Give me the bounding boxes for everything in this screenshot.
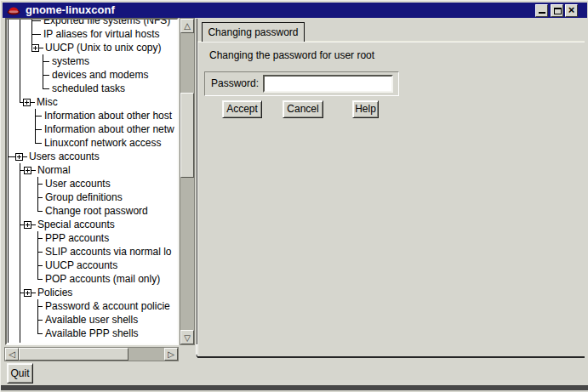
tree-item[interactable]: Information about other netw: [44, 122, 174, 136]
password-input[interactable]: [263, 75, 393, 93]
tree-item[interactable]: UUCP (Unix to unix copy): [45, 41, 162, 54]
tree-item[interactable]: SLIP accounts via normal lo: [45, 245, 172, 258]
horizontal-scrollbar-thumb[interactable]: [19, 348, 128, 361]
tree-item[interactable]: Change root password: [45, 204, 148, 218]
password-label: Password:: [211, 72, 259, 95]
help-button[interactable]: Help: [352, 100, 379, 118]
tree-horizontal-scrollbar[interactable]: ◁ ▷: [4, 347, 179, 361]
close-icon: ×: [566, 5, 577, 16]
scroll-up-button[interactable]: △: [180, 19, 194, 33]
tree-branch-line: [37, 197, 43, 198]
password-frame: Password:: [204, 71, 399, 96]
scroll-left-icon: ◁: [6, 349, 18, 360]
tree-guide-line: [35, 109, 36, 143]
config-tree: Exported file systems (NFS)IP aliases fo…: [5, 18, 179, 345]
tree-item[interactable]: Exported file systems (NFS): [43, 18, 170, 27]
redhat-logo-icon: [7, 3, 20, 17]
tree-item[interactable]: systems: [52, 54, 89, 68]
tree-guide-line: [20, 18, 20, 102]
tree-item[interactable]: scheduled tasks: [52, 82, 125, 95]
tree-item[interactable]: IP aliases for virtual hosts: [43, 27, 160, 41]
tree-item[interactable]: PPP accounts: [45, 231, 109, 245]
tree-branch-line: [43, 88, 49, 89]
plus-bar: [26, 100, 27, 105]
tree-branch-line: [35, 129, 42, 130]
tree-item[interactable]: POP accounts (mail only): [45, 272, 160, 286]
tree-guide-line: [43, 54, 43, 88]
tree-item[interactable]: Information about other host: [44, 109, 172, 122]
tree-item[interactable]: Users accounts: [29, 150, 100, 163]
tree-branch-line: [37, 320, 43, 321]
tree-branch-line: [31, 20, 41, 21]
tree-item[interactable]: Special accounts: [37, 218, 115, 231]
tree-item[interactable]: User accounts: [45, 177, 111, 190]
tree-branch-line: [23, 156, 27, 157]
tree-branch-line: [31, 170, 36, 171]
tree-item[interactable]: Group definitions: [45, 190, 123, 204]
tree-expander-icon[interactable]: [31, 44, 39, 52]
window-title: gnome-linuxconf: [26, 3, 115, 18]
tree-branch-line: [31, 102, 35, 103]
maximize-icon: [554, 8, 562, 14]
tree-item[interactable]: Available PPP shells: [45, 327, 139, 340]
titlebar[interactable]: gnome-linuxconf ×: [3, 3, 587, 18]
tree-branch-line: [37, 211, 43, 212]
tree-branch-line: [31, 34, 41, 35]
tree-branch-line: [43, 75, 49, 76]
tree-branch-line: [37, 252, 43, 253]
vertical-scrollbar-thumb[interactable]: [180, 93, 194, 178]
scroll-down-icon: ▽: [181, 331, 193, 344]
panel-heading: Changing the password for user root: [209, 49, 374, 61]
scroll-up-icon: △: [181, 20, 193, 32]
tree-guide-line: [37, 299, 38, 333]
tree-expander-icon[interactable]: [24, 221, 31, 229]
plus-bar: [35, 46, 36, 50]
plus-bar: [27, 291, 28, 295]
minimize-icon: [539, 12, 545, 14]
tree-expander-icon[interactable]: [15, 153, 23, 161]
tree-branch-line: [8, 156, 15, 157]
tree-item[interactable]: Misc: [37, 95, 58, 109]
scroll-left-button[interactable]: ◁: [5, 348, 19, 361]
tree-branch-line: [37, 265, 43, 266]
tree-guide-line: [37, 177, 38, 211]
tree-item[interactable]: Policies: [37, 286, 72, 299]
tree-branch-line: [35, 116, 42, 116]
accept-button[interactable]: Accept: [222, 100, 262, 118]
tree-branch-line: [39, 48, 43, 48]
tree-guide-line: [20, 163, 20, 343]
tree-branch-line: [35, 143, 42, 144]
tree-item[interactable]: Available user shells: [45, 313, 138, 327]
tree-guide-line: [31, 18, 32, 48]
tree-item[interactable]: Normal: [37, 163, 71, 177]
window-bottom-frame: [1, 385, 588, 390]
scroll-down-button[interactable]: ▽: [180, 330, 194, 344]
cancel-button[interactable]: Cancel: [283, 100, 323, 118]
tree-item[interactable]: devices and modems: [52, 68, 148, 82]
tree-expander-icon[interactable]: [24, 167, 31, 174]
plus-bar: [27, 223, 28, 227]
application-window: gnome-linuxconf × Exported file systems …: [0, 0, 588, 392]
tree-guide-line: [8, 18, 9, 343]
tree-item[interactable]: Linuxconf network access: [44, 136, 161, 150]
tree-branch-line: [37, 184, 43, 185]
close-button[interactable]: ×: [565, 4, 578, 17]
plus-bar: [27, 168, 28, 173]
tree-branch-line: [43, 61, 49, 62]
tree-vertical-scrollbar[interactable]: △ ▽: [180, 18, 195, 345]
minimize-button[interactable]: [535, 4, 548, 17]
scroll-right-button[interactable]: ▷: [164, 348, 178, 361]
config-tree-content: Exported file systems (NFS)IP aliases fo…: [7, 20, 177, 344]
maximize-button[interactable]: [551, 4, 563, 17]
tree-branch-line: [37, 238, 43, 239]
tree-branch-line: [31, 293, 36, 293]
quit-button[interactable]: Quit: [7, 363, 33, 383]
plus-bar: [19, 155, 20, 159]
tree-expander-icon[interactable]: [24, 289, 31, 297]
tree-branch-line: [31, 224, 36, 225]
tab-changing-password[interactable]: Changing password: [202, 22, 305, 42]
tree-branch-line: [37, 306, 43, 307]
tree-expander-icon[interactable]: [23, 99, 31, 106]
tree-item[interactable]: UUCP accounts: [45, 258, 117, 272]
tree-item[interactable]: Password & account policie: [45, 299, 170, 313]
